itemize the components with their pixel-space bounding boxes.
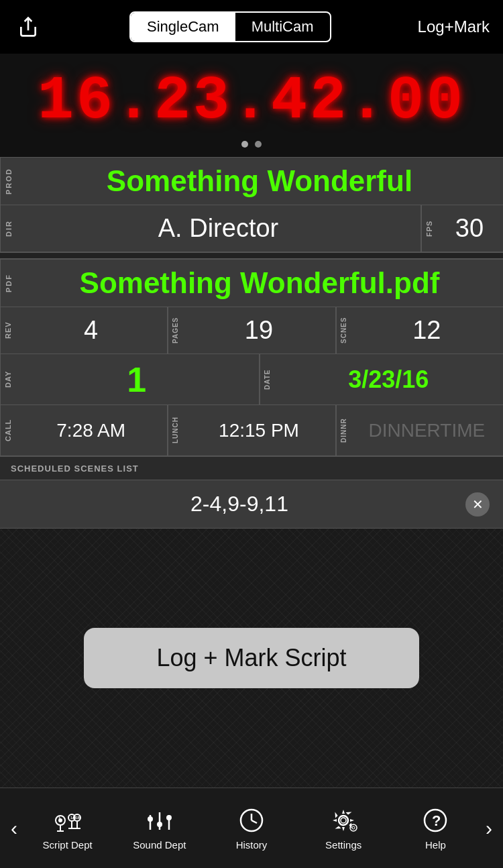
rev-label: REV	[0, 307, 15, 354]
nav-label-help: Help	[425, 839, 446, 851]
date-value[interactable]: 3/23/16	[274, 354, 504, 404]
help-icon: ?	[421, 806, 450, 835]
production-row: PROD Something Wonderful	[0, 158, 503, 205]
call-value[interactable]: 7:28 AM	[15, 405, 167, 455]
scenes-value[interactable]: 12	[351, 307, 503, 354]
date-cell: DATE 3/23/16	[260, 354, 504, 404]
info-grid: PROD Something Wonderful DIR A. Director…	[0, 157, 503, 252]
singlecam-button[interactable]: SingleCam	[131, 13, 235, 41]
fps-label: FPS	[421, 205, 436, 252]
svg-text:1B: 1B	[76, 816, 80, 820]
scheduled-scenes-label: SCHEDULED SCENES LIST	[11, 464, 139, 474]
timecode-display: 16.23.42.00	[0, 67, 503, 135]
scheduled-scenes-value[interactable]: 2-4,9-9,11	[13, 492, 465, 517]
log-mark-button[interactable]: Log+Mark	[418, 17, 490, 36]
call-lunch-dinner-row: CALL 7:28 AM LUNCH 12:15 PM DINNR DINNER…	[0, 405, 503, 456]
svg-point-14	[148, 816, 153, 822]
nav-label-settings: Settings	[325, 839, 361, 851]
svg-point-25	[352, 826, 355, 829]
cam-toggle: SingleCam MultiCam	[129, 11, 331, 42]
rev-pages-scenes-row: REV 4 PAGES 19 SCNES 12	[0, 307, 503, 354]
day-label: DAY	[0, 354, 15, 404]
section-divider	[0, 252, 503, 259]
scenes-label: SCNES	[336, 307, 351, 354]
pdf-label: PDF	[0, 260, 16, 307]
clear-scenes-button[interactable]: ✕	[465, 492, 490, 517]
production-name[interactable]: Something Wonderful	[16, 158, 503, 205]
pdf-name[interactable]: Something Wonderful.pdf	[16, 260, 503, 307]
pdf-row: PDF Something Wonderful.pdf	[0, 260, 503, 307]
pages-label: PAGES	[168, 307, 182, 354]
svg-point-22	[339, 816, 348, 825]
carbon-section: Log + Mark Script	[0, 529, 503, 788]
director-row: DIR A. Director FPS 30	[0, 205, 503, 252]
fps-section: FPS 30	[421, 205, 503, 252]
nav-right-arrow[interactable]: ›	[482, 817, 496, 840]
dinner-label: DINNR	[336, 405, 351, 455]
multicam-button[interactable]: MultiCam	[235, 13, 330, 41]
pdf-grid: PDF Something Wonderful.pdf REV 4 PAGES …	[0, 259, 503, 529]
rev-value[interactable]: 4	[15, 307, 167, 354]
page-dots	[0, 141, 503, 148]
nav-label-sound-dept: Sound Dept	[133, 839, 186, 851]
pages-cell: PAGES 19	[168, 307, 335, 354]
pages-value[interactable]: 19	[182, 307, 335, 354]
nav-item-help[interactable]: ? Help	[390, 800, 482, 856]
nav-item-history[interactable]: History	[205, 800, 297, 856]
nav-label-script-dept: Script Dept	[43, 839, 93, 851]
dot-1	[241, 141, 248, 148]
history-icon	[237, 806, 266, 835]
scheduled-scenes-label-row: SCHEDULED SCENES LIST	[0, 456, 503, 480]
dir-label: DIR	[0, 205, 16, 252]
svg-point-18	[166, 815, 172, 820]
lunch-cell: LUNCH 12:15 PM	[168, 405, 335, 455]
dinner-value[interactable]: DINNERTIME	[351, 405, 503, 455]
date-label: DATE	[260, 354, 274, 404]
svg-text:?: ?	[432, 812, 441, 829]
settings-icon	[329, 806, 358, 835]
scenes-cell: SCNES 12	[336, 307, 503, 354]
dot-2	[255, 141, 262, 148]
nav-label-history: History	[236, 839, 268, 851]
bottom-nav: ‹ 1 1A 1B Script Dept	[0, 788, 503, 868]
rev-cell: REV 4	[0, 307, 168, 354]
fps-value[interactable]: 30	[436, 205, 503, 252]
sound-dept-icon	[145, 806, 174, 835]
dinner-cell: DINNR DINNERTIME	[336, 405, 503, 455]
director-name[interactable]: A. Director	[16, 205, 421, 252]
svg-point-23	[341, 818, 346, 823]
nav-item-sound-dept[interactable]: Sound Dept	[113, 800, 205, 856]
script-dept-icon: 1 1A 1B	[53, 806, 82, 835]
nav-item-script-dept[interactable]: 1 1A 1B Script Dept	[21, 800, 113, 856]
nav-item-settings[interactable]: Settings	[298, 800, 390, 856]
lunch-label: LUNCH	[168, 405, 182, 455]
svg-text:1A: 1A	[70, 816, 75, 820]
share-button[interactable]	[13, 12, 43, 42]
svg-point-16	[157, 822, 162, 827]
nav-left-arrow[interactable]: ‹	[7, 817, 21, 840]
day-cell: 1	[15, 354, 260, 404]
lunch-value[interactable]: 12:15 PM	[182, 405, 335, 455]
day-date-row: DAY 1 DATE 3/23/16	[0, 354, 503, 405]
call-label: CALL	[0, 405, 15, 455]
top-nav: SingleCam MultiCam Log+Mark	[0, 0, 503, 54]
call-cell: CALL 7:28 AM	[0, 405, 168, 455]
prod-label: PROD	[0, 158, 16, 205]
day-value[interactable]: 1	[15, 354, 259, 404]
timecode-section: 16.23.42.00	[0, 54, 503, 157]
main-content: 16.23.42.00 PROD Something Wonderful DIR…	[0, 54, 503, 788]
log-mark-script-button[interactable]: Log + Mark Script	[84, 628, 419, 688]
svg-line-21	[252, 820, 257, 823]
scheduled-scenes-value-row: 2-4,9-9,11 ✕	[0, 480, 503, 529]
